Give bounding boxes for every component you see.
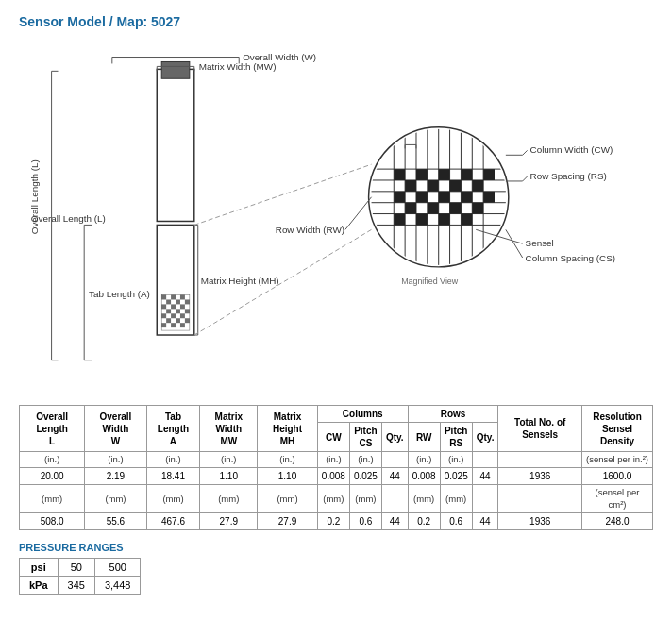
val-mw-mm: 27.9 xyxy=(200,513,258,530)
val-ol-mm: 508.0 xyxy=(20,513,85,530)
unit-density-mm: (sensel per cm²) xyxy=(582,485,653,513)
val-tl-in: 18.41 xyxy=(146,468,200,485)
unit-ow-in: (in.) xyxy=(85,452,146,468)
val-rw-in: 0.008 xyxy=(408,468,440,485)
pressure-val2: 3,448 xyxy=(94,577,141,595)
unit-qty1-mm xyxy=(381,485,408,513)
units-row-in: (in.) (in.) (in.) (in.) (in.) (in.) (in.… xyxy=(20,452,653,468)
col-rows-group: Rows xyxy=(408,406,498,423)
pressure-row: psi 50 500 xyxy=(20,559,141,577)
col-qty2: Qty. xyxy=(472,423,498,452)
col-matrix-width: Matrix Width MW xyxy=(200,406,258,452)
val-cw-mm: 0.2 xyxy=(317,513,349,530)
val-ol-in: 20.00 xyxy=(20,468,85,485)
svg-rect-77 xyxy=(405,203,416,214)
unit-cw-in: (in.) xyxy=(317,452,349,468)
val-cw-in: 0.008 xyxy=(317,468,349,485)
svg-rect-9 xyxy=(157,69,194,221)
unit-tl-mm: (mm) xyxy=(146,485,200,513)
val-mw-in: 1.10 xyxy=(200,468,258,485)
svg-rect-70 xyxy=(450,180,462,192)
svg-rect-20 xyxy=(180,304,185,309)
unit-rs-mm: (mm) xyxy=(440,485,472,513)
svg-rect-79 xyxy=(450,203,462,214)
unit-ow-mm: (mm) xyxy=(85,485,146,513)
pressure-val1: 345 xyxy=(58,577,94,595)
svg-rect-75 xyxy=(461,192,472,203)
svg-rect-65 xyxy=(439,169,450,180)
svg-line-97 xyxy=(345,197,372,230)
val-qty1-in: 44 xyxy=(381,468,408,485)
svg-rect-67 xyxy=(483,169,495,180)
val-mh-mm: 27.9 xyxy=(258,513,318,530)
val-ow-in: 2.19 xyxy=(85,468,146,485)
svg-text:Magnified View: Magnified View xyxy=(401,277,459,286)
val-density-mm: 248.0 xyxy=(582,513,653,530)
svg-rect-64 xyxy=(416,169,428,180)
svg-line-95 xyxy=(506,229,523,258)
val-qty2-mm: 44 xyxy=(472,513,498,530)
svg-rect-24 xyxy=(161,313,166,318)
unit-rs-in: (in.) xyxy=(440,452,472,468)
svg-rect-30 xyxy=(161,323,166,327)
val-sensels-mm: 1936 xyxy=(498,513,582,530)
unit-rw-in: (in.) xyxy=(408,452,440,468)
unit-qty2-in xyxy=(472,452,498,468)
unit-sensels-mm xyxy=(498,485,582,513)
svg-text:Tab Length (A): Tab Length (A) xyxy=(89,289,150,299)
sensor-data-table: Overall Length L Overall Width W Tab Len… xyxy=(19,405,653,530)
svg-rect-69 xyxy=(428,180,439,192)
svg-rect-76 xyxy=(483,192,495,203)
svg-rect-23 xyxy=(185,309,190,313)
col-columns-group: Columns xyxy=(317,406,408,423)
svg-rect-32 xyxy=(180,323,185,327)
svg-rect-71 xyxy=(472,180,483,192)
svg-rect-28 xyxy=(176,318,180,323)
val-qty2-in: 44 xyxy=(472,468,498,485)
val-qty1-mm: 44 xyxy=(381,513,408,530)
svg-rect-16 xyxy=(176,299,180,304)
col-overall-width: Overall Width W xyxy=(85,406,146,452)
val-rs-in: 0.025 xyxy=(440,468,472,485)
pressure-title: PRESSURE RANGES xyxy=(19,542,653,553)
svg-rect-33 xyxy=(161,61,190,78)
col-resolution: Resolution Sensel Density xyxy=(582,406,653,452)
svg-text:Matrix Height (MH): Matrix Height (MH) xyxy=(201,276,279,286)
data-row-in: 20.00 2.19 18.41 1.10 1.10 0.008 0.025 4… xyxy=(20,468,653,485)
svg-rect-19 xyxy=(171,304,176,309)
col-tab-length: Tab Length A xyxy=(146,406,200,452)
svg-rect-72 xyxy=(394,192,405,203)
unit-mh-in: (in.) xyxy=(258,452,318,468)
unit-qty2-mm xyxy=(472,485,498,513)
val-cs-mm: 0.6 xyxy=(349,513,381,530)
pressure-val2: 500 xyxy=(94,559,141,577)
svg-line-91 xyxy=(523,176,528,181)
data-row-mm: 508.0 55.6 467.6 27.9 27.9 0.2 0.6 44 0.… xyxy=(20,513,653,530)
page-title: Sensor Model / Map: 5027 xyxy=(19,14,653,29)
svg-text:Column Width (CW): Column Width (CW) xyxy=(530,144,613,155)
unit-density-in: (sensel per in.²) xyxy=(582,452,653,468)
val-sensels-in: 1936 xyxy=(498,468,582,485)
svg-rect-17 xyxy=(185,299,190,304)
col-matrix-height: Matrix Height MH xyxy=(258,406,318,452)
svg-text:Sensel: Sensel xyxy=(526,238,554,248)
svg-text:Matrix Width (MW): Matrix Width (MW) xyxy=(199,61,277,72)
svg-rect-29 xyxy=(185,318,190,323)
unit-mw-mm: (mm) xyxy=(200,485,258,513)
svg-rect-22 xyxy=(176,309,180,313)
units-row-mm: (mm) (mm) (mm) (mm) (mm) (mm) (mm) (mm) … xyxy=(20,485,653,513)
unit-cw-mm: (mm) xyxy=(317,485,349,513)
svg-text:Row Spacing (RS): Row Spacing (RS) xyxy=(530,171,607,181)
svg-rect-25 xyxy=(171,313,176,318)
unit-sensels-in xyxy=(498,452,582,468)
sensor-diagram: Overall Length (L) Overall Length (L) Ta… xyxy=(19,39,653,397)
pressure-row: kPa 345 3,448 xyxy=(20,577,141,595)
svg-line-88 xyxy=(523,150,528,155)
svg-rect-63 xyxy=(394,169,405,180)
col-pitch-cs: Pitch CS xyxy=(349,423,381,452)
val-density-in: 1600.0 xyxy=(582,468,653,485)
val-cs-in: 0.025 xyxy=(349,468,381,485)
pressure-val1: 50 xyxy=(58,559,94,577)
svg-line-85 xyxy=(194,164,372,225)
val-tl-mm: 467.6 xyxy=(146,513,200,530)
